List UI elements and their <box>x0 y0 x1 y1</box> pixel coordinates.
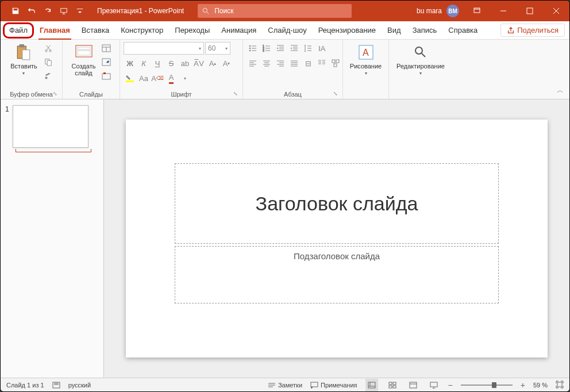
tab-insert[interactable]: Вставка <box>76 21 115 40</box>
tab-design[interactable]: Конструктор <box>115 21 169 40</box>
cut-button[interactable] <box>42 42 55 55</box>
align-center-button[interactable] <box>260 57 273 70</box>
align-vertical-button[interactable]: ⊟ <box>302 57 314 70</box>
redo-button[interactable] <box>41 4 55 18</box>
tab-animations[interactable]: Анимация <box>215 21 262 40</box>
svg-rect-33 <box>368 382 375 388</box>
line-spacing-button[interactable] <box>302 42 314 55</box>
clear-format-button[interactable]: A⌫ <box>151 72 164 84</box>
drawing-button[interactable]: A Рисование ▾ <box>348 42 384 77</box>
indent-decrease-button[interactable] <box>274 42 287 55</box>
group-font: ▾ 60▾ Ж К Ч S ab A̅V A▴ A▾ Aa A⌫ A ▾ Шри… <box>120 40 243 99</box>
tab-slideshow[interactable]: Слайд-шоу <box>262 21 312 40</box>
language-indicator[interactable]: русский <box>68 382 91 389</box>
tab-view[interactable]: Вид <box>382 21 407 40</box>
title-bar: Презентация1 - PowerPoint Поиск bu mara … <box>1 1 569 21</box>
tab-transitions[interactable]: Переходы <box>169 21 215 40</box>
format-painter-button[interactable] <box>42 70 55 82</box>
tab-file[interactable]: Файл <box>3 22 34 39</box>
shapes-icon: A <box>357 43 375 62</box>
user-account[interactable]: bu mara BM <box>417 5 459 17</box>
section-button[interactable] <box>100 70 113 82</box>
share-button[interactable]: Поделиться <box>500 24 565 37</box>
change-case-button[interactable]: Aa <box>137 72 150 84</box>
search-input[interactable]: Поиск <box>198 4 352 18</box>
close-button[interactable] <box>543 1 569 21</box>
ribbon-options-button[interactable] <box>464 1 490 21</box>
font-color-button[interactable]: A <box>165 72 178 84</box>
spacing-button[interactable]: A̅V <box>192 57 205 70</box>
slide[interactable]: Заголовок слайда Подзаголовок слайда <box>126 120 548 358</box>
italic-button[interactable]: К <box>137 57 150 70</box>
columns-button[interactable] <box>315 57 328 70</box>
subtitle-placeholder[interactable]: Подзаголовок слайда <box>175 246 499 303</box>
svg-point-20 <box>249 48 251 49</box>
strikethrough-button[interactable]: S <box>165 57 178 70</box>
slideshow-view-button[interactable] <box>428 379 440 391</box>
zoom-level[interactable]: 59 % <box>533 382 548 389</box>
font-color-more[interactable]: ▾ <box>179 72 191 84</box>
paragraph-launcher[interactable]: ⤡ <box>332 91 339 98</box>
indent-increase-button[interactable] <box>288 42 301 55</box>
slide-indicator[interactable]: Слайд 1 из 1 <box>6 382 44 389</box>
user-avatar: BM <box>446 5 459 17</box>
svg-rect-34 <box>389 382 392 385</box>
align-justify-button[interactable] <box>288 57 301 70</box>
group-editing: Редактирование ▾ <box>389 40 452 99</box>
paste-button[interactable]: Вставить ▾ <box>8 42 40 77</box>
ribbon-tabs: Файл Главная Вставка Конструктор Переход… <box>1 21 569 40</box>
zoom-out-button[interactable]: − <box>448 381 453 390</box>
align-left-button[interactable] <box>247 57 259 70</box>
thumbnail-pane: 1 <box>1 99 104 378</box>
underline-button[interactable]: Ч <box>151 57 164 70</box>
reset-button[interactable] <box>100 56 113 68</box>
highlight-button[interactable] <box>124 72 136 84</box>
share-icon <box>507 26 515 34</box>
bullets-button[interactable] <box>247 42 259 55</box>
font-launcher[interactable]: ⤡ <box>232 91 239 98</box>
copy-button[interactable] <box>42 56 55 68</box>
collapse-ribbon-button[interactable]: ︿ <box>557 86 564 95</box>
layout-button[interactable] <box>100 42 113 55</box>
slideshow-button[interactable] <box>57 4 71 18</box>
align-right-button[interactable] <box>274 57 287 70</box>
svg-rect-15 <box>102 59 110 66</box>
new-slide-button[interactable]: Создать слайд <box>70 42 98 78</box>
smartart-button[interactable] <box>329 57 342 70</box>
tab-help[interactable]: Справка <box>442 21 483 40</box>
reading-view-button[interactable] <box>407 379 419 391</box>
fit-window-button[interactable] <box>556 381 564 390</box>
tab-record[interactable]: Запись <box>407 21 443 40</box>
spell-check-button[interactable] <box>52 381 60 389</box>
slide-thumbnail[interactable] <box>13 105 88 148</box>
undo-button[interactable] <box>25 4 38 18</box>
font-family-select[interactable]: ▾ <box>124 42 204 55</box>
numbering-button[interactable]: 123 <box>260 42 273 55</box>
zoom-slider[interactable] <box>461 385 513 386</box>
maximize-button[interactable] <box>517 1 543 21</box>
title-placeholder[interactable]: Заголовок слайда <box>175 163 499 244</box>
clipboard-launcher[interactable]: ⤡ <box>52 91 59 98</box>
shadow-button[interactable]: ab <box>179 57 191 70</box>
text-direction-button[interactable]: ⅠA <box>315 42 328 55</box>
sorter-view-button[interactable] <box>386 379 399 391</box>
increase-font-button[interactable]: A▴ <box>206 57 219 70</box>
qat-customize-button[interactable] <box>73 4 87 18</box>
comments-button[interactable]: Примечания <box>310 382 357 389</box>
bold-button[interactable]: Ж <box>124 57 136 70</box>
tab-home[interactable]: Главная <box>34 21 76 40</box>
font-size-select[interactable]: 60▾ <box>205 42 230 55</box>
tab-review[interactable]: Рецензирование <box>313 21 382 40</box>
group-clipboard: Вставить ▾ Буфер обмена⤡ <box>1 40 63 99</box>
normal-view-button[interactable] <box>365 379 378 391</box>
zoom-in-button[interactable]: + <box>521 381 525 390</box>
svg-rect-36 <box>389 386 392 388</box>
save-button[interactable] <box>9 4 22 18</box>
decrease-font-button[interactable]: A▾ <box>220 57 233 70</box>
minimize-button[interactable] <box>490 1 517 21</box>
slide-canvas-area: Заголовок слайда Подзаголовок слайда <box>104 99 569 378</box>
thumbnail-selection-mark <box>16 150 91 152</box>
notes-button[interactable]: Заметки <box>268 382 302 389</box>
user-name: bu mara <box>417 7 442 15</box>
editing-button[interactable]: Редактирование ▾ <box>394 42 447 77</box>
